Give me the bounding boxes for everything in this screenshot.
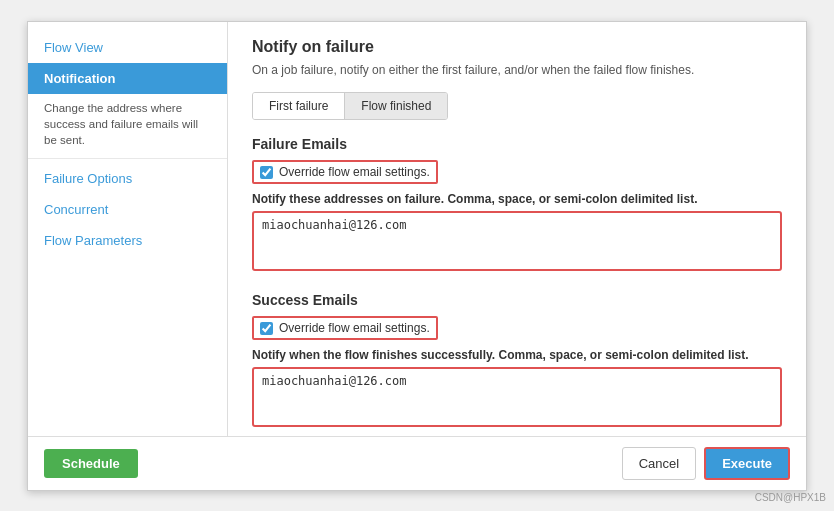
sidebar-item-flow-parameters[interactable]: Flow Parameters (28, 225, 227, 256)
success-override-checkbox-row: Override flow email settings. (252, 316, 438, 340)
failure-override-checkbox[interactable] (260, 166, 273, 179)
main-dialog: Flow View Notification Change the addres… (27, 21, 807, 491)
success-override-checkbox[interactable] (260, 322, 273, 335)
notify-desc: On a job failure, notify on either the f… (252, 62, 782, 79)
toggle-group: First failure Flow finished (252, 92, 448, 120)
success-emails-section: Success Emails Override flow email setti… (252, 292, 782, 430)
failure-field-label: Notify these addresses on failure. Comma… (252, 192, 782, 206)
success-emails-title: Success Emails (252, 292, 782, 308)
sidebar-item-concurrent[interactable]: Concurrent (28, 194, 227, 225)
success-override-label: Override flow email settings. (279, 321, 430, 335)
main-content: Notify on failure On a job failure, noti… (228, 22, 806, 436)
failure-override-label: Override flow email settings. (279, 165, 430, 179)
success-field-label: Notify when the flow finishes successful… (252, 348, 782, 362)
failure-emails-section: Failure Emails Override flow email setti… (252, 136, 782, 274)
sidebar-item-failure-options[interactable]: Failure Options (28, 163, 227, 194)
success-email-input[interactable] (252, 367, 782, 427)
toggle-first-failure[interactable]: First failure (253, 93, 345, 119)
schedule-button[interactable]: Schedule (44, 449, 138, 478)
sidebar-description: Change the address where success and fai… (28, 94, 227, 159)
failure-emails-title: Failure Emails (252, 136, 782, 152)
sidebar: Flow View Notification Change the addres… (28, 22, 228, 436)
dialog-footer: Schedule Cancel Execute (28, 436, 806, 490)
sidebar-item-notification[interactable]: Notification (28, 63, 227, 94)
watermark: CSDN@HPX1B (755, 492, 826, 503)
cancel-button[interactable]: Cancel (622, 447, 696, 480)
toggle-flow-finished[interactable]: Flow finished (345, 93, 447, 119)
notify-title: Notify on failure (252, 38, 782, 56)
dialog-body: Flow View Notification Change the addres… (28, 22, 806, 436)
sidebar-item-flow-view[interactable]: Flow View (28, 32, 227, 63)
failure-override-checkbox-row: Override flow email settings. (252, 160, 438, 184)
footer-right: Cancel Execute (622, 447, 790, 480)
execute-button[interactable]: Execute (704, 447, 790, 480)
failure-email-input[interactable] (252, 211, 782, 271)
